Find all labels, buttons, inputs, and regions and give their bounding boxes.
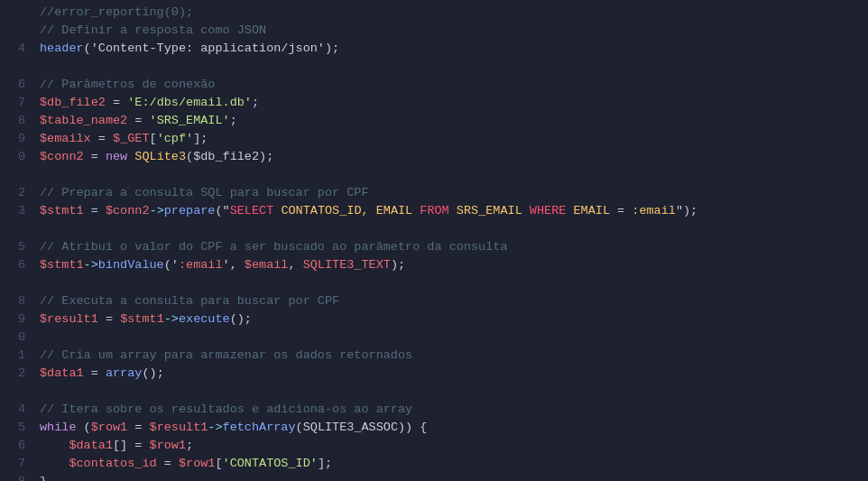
code-token: // Prepara a consulta SQL para buscar po… (40, 186, 369, 199)
code-token: :email (632, 204, 676, 217)
code-line (40, 166, 861, 184)
code-token: ]; (318, 457, 332, 470)
code-line (40, 383, 861, 401)
line-number (4, 383, 25, 401)
code-token: $contatos_id (40, 457, 157, 470)
code-token: ]; (193, 132, 208, 145)
code-line: } (40, 473, 861, 481)
code-token: ); (391, 258, 405, 272)
code-token: [ (150, 132, 157, 145)
code-token: 'SRS_EMAIL' (150, 114, 230, 127)
line-number: 0 (4, 148, 25, 166)
code-token: //error_reporting(0); (40, 5, 193, 19)
code-line: $data1[] = $row1; (40, 437, 861, 455)
code-line: $table_name2 = 'SRS_EMAIL'; (40, 112, 861, 130)
code-line: while ($row1 = $result1->fetchArray(SQLI… (40, 419, 861, 437)
code-token: -> (150, 204, 164, 217)
code-line: // Itera sobre os resultados e adiciona-… (40, 401, 861, 419)
code-token: // Definir a resposta como JSON (40, 23, 266, 37)
code-token: (); (142, 366, 163, 380)
code-line: // Prepara a consulta SQL para buscar po… (40, 184, 861, 202)
code-token: = (127, 421, 149, 434)
code-token: 'E:/dbs/email.db' (127, 96, 252, 109)
code-token: // Cria um array para armazenar os dados… (40, 348, 412, 362)
line-number: 0 (4, 328, 25, 347)
code-line (40, 58, 861, 76)
code-token: } (40, 475, 47, 481)
code-token: bindValue (98, 258, 164, 272)
code-token (522, 204, 530, 217)
code-token: execute (179, 312, 230, 326)
code-line: $result1 = $stmt1->execute(); (40, 310, 861, 328)
line-number: 2 (4, 184, 25, 202)
line-number: 6 (4, 76, 25, 94)
code-token: WHERE (530, 204, 567, 217)
line-number: 3 (4, 202, 25, 220)
code-content: //error_reporting(0);// Definir a respos… (32, 4, 868, 481)
line-number (4, 166, 25, 184)
code-line: // Executa a consulta para buscar por CP… (40, 292, 861, 310)
code-token: $db_file2 (40, 96, 106, 109)
code-line: $conn2 = new SQLite3($db_file2); (40, 148, 861, 166)
code-token: = (157, 457, 179, 470)
code-line: $contatos_id = $row1['CONTATOS_ID']; (40, 455, 861, 473)
code-token: $conn2 (106, 204, 150, 217)
code-token: new (106, 150, 134, 163)
code-token: SELECT (230, 204, 274, 217)
code-token: $data1 (40, 439, 113, 452)
code-token: while (40, 421, 77, 434)
code-token: (SQLITE3_ASSOC)) { (296, 421, 428, 434)
code-token: (" (215, 204, 229, 217)
line-number (4, 58, 25, 76)
code-line: // Cria um array para armazenar os dados… (40, 347, 861, 365)
line-number: 2 (4, 365, 25, 383)
code-token: $_GET (113, 132, 150, 145)
line-number: 9 (4, 310, 25, 328)
code-line: $emailx = $_GET['cpf']; (40, 130, 861, 148)
code-line: $stmt1->bindValue(':email', $email, SQLI… (40, 256, 861, 274)
line-number: 6 (4, 437, 25, 455)
line-number: 8 (4, 112, 25, 130)
line-number: 8 (4, 473, 25, 481)
code-editor: 467890235689012456789 //error_reporting(… (0, 0, 868, 481)
code-line: // Parâmetros de conexão (40, 76, 861, 94)
line-number: 4 (4, 40, 25, 58)
code-token: $row1 (179, 457, 216, 470)
code-token (449, 204, 457, 217)
code-token: SQLite3 (134, 150, 186, 163)
line-number (4, 22, 25, 40)
code-token: $table_name2 (40, 114, 127, 127)
code-token: $row1 (91, 421, 128, 434)
code-line: $stmt1 = $conn2->prepare("SELECT CONTATO… (40, 202, 861, 220)
code-token: = (84, 150, 106, 163)
code-token: = (106, 96, 127, 109)
code-token: // Itera sobre os resultados e adiciona-… (40, 402, 412, 416)
code-token: CONTATOS_ID, EMAIL (281, 204, 412, 217)
code-token: ; (252, 96, 259, 109)
code-token: EMAIL (573, 204, 610, 217)
code-token: $email (245, 258, 289, 272)
code-line (40, 328, 861, 347)
code-line: //error_reporting(0); (40, 4, 861, 22)
code-token: ; (186, 439, 193, 452)
code-token: -> (208, 421, 222, 434)
code-token: $stmt1 (120, 312, 164, 326)
line-number: 7 (4, 455, 25, 473)
code-line: // Definir a resposta como JSON (40, 22, 861, 40)
code-token: :email (179, 258, 223, 272)
code-token: $stmt1 (40, 204, 84, 217)
code-token: // Parâmetros de conexão (40, 78, 215, 91)
code-token: $data1 (40, 366, 84, 380)
code-token: fetchArray (223, 421, 296, 434)
code-token: $result1 (40, 312, 98, 326)
code-token: prepare (164, 204, 216, 217)
code-token: = (91, 132, 113, 145)
code-line (40, 274, 861, 292)
code-token: array (106, 366, 143, 380)
code-token: (); (230, 312, 252, 326)
code-line: $db_file2 = 'E:/dbs/email.db'; (40, 94, 861, 112)
line-number: 7 (4, 94, 25, 112)
code-token: = (84, 204, 106, 217)
code-token: SRS_EMAIL (457, 204, 522, 217)
line-number (4, 4, 25, 22)
